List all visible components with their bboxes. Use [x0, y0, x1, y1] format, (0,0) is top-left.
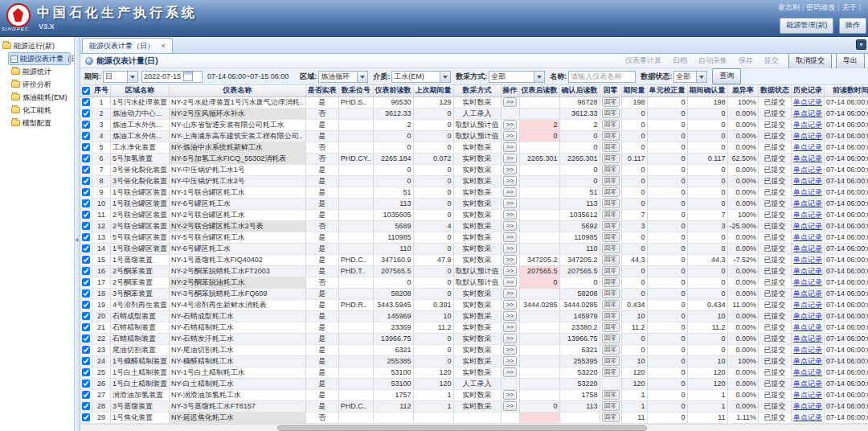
row-checkbox[interactable]: [82, 233, 90, 241]
scrollbar-thumb[interactable]: [277, 425, 647, 431]
history-record-link[interactable]: 单点记录: [793, 132, 822, 140]
row-checkbox[interactable]: [82, 368, 90, 376]
sidebar-item-3[interactable]: 化工能耗: [0, 104, 74, 117]
user-name-link[interactable]: 崔志刚: [778, 3, 800, 11]
history-record-link[interactable]: 单点记录: [793, 368, 822, 376]
open-detail-button[interactable]: >>: [503, 266, 517, 276]
open-detail-button[interactable]: >>: [503, 97, 517, 107]
reset-zero-button[interactable]: 回零: [602, 131, 620, 141]
select-all-checkbox[interactable]: [82, 87, 90, 95]
history-record-link[interactable]: 单点记录: [793, 335, 822, 343]
tool-link-2[interactable]: 自动采集: [698, 55, 727, 66]
sidebar-item-meter-daily-selected[interactable]: 能源仪表计量（日）: [8, 52, 71, 65]
row-checkbox[interactable]: [82, 380, 90, 388]
tab-meter-daily[interactable]: 能源仪表计量（日） ×: [82, 38, 173, 53]
sidebar-item-4[interactable]: 模型配置: [0, 117, 74, 129]
history-record-link[interactable]: 单点记录: [793, 357, 822, 365]
history-record-link[interactable]: 单点记录: [793, 301, 822, 309]
row-checkbox[interactable]: [82, 402, 90, 410]
open-detail-button[interactable]: >>: [503, 322, 517, 332]
cancel-submit-button[interactable]: 取消提交: [788, 53, 832, 69]
reset-zero-button[interactable]: 回零: [602, 255, 620, 265]
row-checkbox[interactable]: [82, 166, 90, 174]
history-record-link[interactable]: 单点记录: [793, 233, 822, 241]
tool-link-1[interactable]: 归档: [673, 55, 687, 66]
row-checkbox[interactable]: [82, 188, 90, 196]
status-select[interactable]: 全部: [674, 71, 707, 83]
open-detail-button[interactable]: >>: [503, 356, 517, 366]
reset-zero-button[interactable]: 回零: [602, 109, 620, 118]
history-record-link[interactable]: 单点记录: [793, 278, 822, 286]
row-checkbox[interactable]: [82, 222, 90, 230]
reset-zero-button[interactable]: 回零: [602, 266, 620, 276]
history-record-link[interactable]: 单点记录: [793, 222, 822, 230]
reset-zero-button[interactable]: 回零: [602, 390, 620, 400]
search-button[interactable]: 查询: [712, 68, 741, 84]
row-checkbox[interactable]: [82, 211, 90, 219]
reset-zero-button[interactable]: 回零: [602, 199, 620, 208]
open-detail-button[interactable]: >>: [503, 289, 517, 298]
history-record-link[interactable]: 单点记录: [793, 98, 822, 106]
open-detail-button[interactable]: >>: [503, 277, 517, 287]
open-detail-button[interactable]: >>: [503, 210, 517, 220]
tab-close-icon[interactable]: ×: [162, 42, 166, 50]
row-checkbox[interactable]: [82, 177, 90, 185]
row-checkbox[interactable]: [82, 244, 90, 252]
reset-zero-button[interactable]: 回零: [602, 345, 620, 355]
row-checkbox[interactable]: [82, 121, 90, 129]
row-checkbox[interactable]: [82, 143, 90, 151]
row-checkbox[interactable]: [82, 413, 90, 421]
open-detail-button[interactable]: >>: [503, 199, 517, 208]
open-detail-button[interactable]: >>: [503, 300, 517, 310]
open-detail-button[interactable]: >>: [503, 255, 517, 265]
reset-zero-button[interactable]: 回零: [602, 154, 620, 163]
history-record-link[interactable]: 单点记录: [793, 289, 822, 298]
open-detail-button[interactable]: >>: [503, 232, 517, 242]
history-record-link[interactable]: 单点记录: [793, 177, 822, 185]
row-checkbox[interactable]: [82, 357, 90, 365]
medium-select[interactable]: 工水(EM): [391, 71, 451, 83]
reset-zero-button[interactable]: 回零: [602, 221, 620, 231]
open-detail-button[interactable]: >>: [503, 142, 517, 152]
reset-zero-button[interactable]: 回零: [602, 401, 620, 411]
history-record-link[interactable]: 单点记录: [793, 380, 822, 388]
reset-zero-button[interactable]: 回零: [602, 300, 620, 310]
history-record-link[interactable]: 单点记录: [793, 199, 822, 207]
reset-zero-button[interactable]: 回零: [602, 356, 620, 366]
history-record-link[interactable]: 单点记录: [793, 312, 822, 320]
reset-zero-button[interactable]: 回零: [602, 277, 620, 287]
reset-zero-button[interactable]: 回零: [602, 176, 620, 186]
period-select[interactable]: 日: [103, 71, 138, 83]
history-record-link[interactable]: 单点记录: [793, 188, 822, 196]
row-checkbox[interactable]: [82, 267, 90, 275]
reset-zero-button[interactable]: 回零: [602, 187, 620, 197]
row-checkbox[interactable]: [82, 335, 90, 343]
row-checkbox[interactable]: [82, 323, 90, 331]
tab-menu-icon[interactable]: ▾: [856, 39, 866, 50]
history-record-link[interactable]: 单点记录: [793, 211, 822, 219]
open-detail-button[interactable]: >>: [503, 345, 517, 355]
open-detail-button[interactable]: >>: [503, 401, 517, 411]
export-button[interactable]: 导出: [836, 53, 865, 69]
change-password-link[interactable]: 密码修改: [806, 3, 835, 11]
open-detail-button[interactable]: >>: [503, 311, 517, 321]
history-record-link[interactable]: 单点记录: [793, 267, 822, 275]
meter-name-input[interactable]: 请输入仪表名称: [568, 71, 636, 83]
row-checkbox[interactable]: [82, 199, 90, 207]
history-record-link[interactable]: 单点记录: [793, 244, 822, 252]
row-checkbox[interactable]: [82, 132, 90, 140]
history-record-link[interactable]: 单点记录: [793, 346, 822, 354]
region-select[interactable]: 炼油循环: [318, 71, 368, 83]
date-input[interactable]: 2022-07-15: [141, 71, 203, 83]
tool-link-4[interactable]: 提交: [764, 55, 779, 66]
open-detail-button[interactable]: >>: [503, 221, 517, 231]
history-record-link[interactable]: 单点记录: [793, 121, 822, 129]
open-detail-button[interactable]: >>: [503, 154, 517, 163]
open-detail-button[interactable]: >>: [503, 244, 517, 253]
history-record-link[interactable]: 单点记录: [793, 391, 822, 399]
energy-management-button[interactable]: 能源管理(新): [780, 18, 833, 34]
history-record-link[interactable]: 单点记录: [793, 413, 822, 421]
row-checkbox[interactable]: [82, 391, 90, 399]
operation-button[interactable]: 操作: [839, 18, 866, 34]
reset-zero-button[interactable]: 回零: [602, 413, 620, 422]
